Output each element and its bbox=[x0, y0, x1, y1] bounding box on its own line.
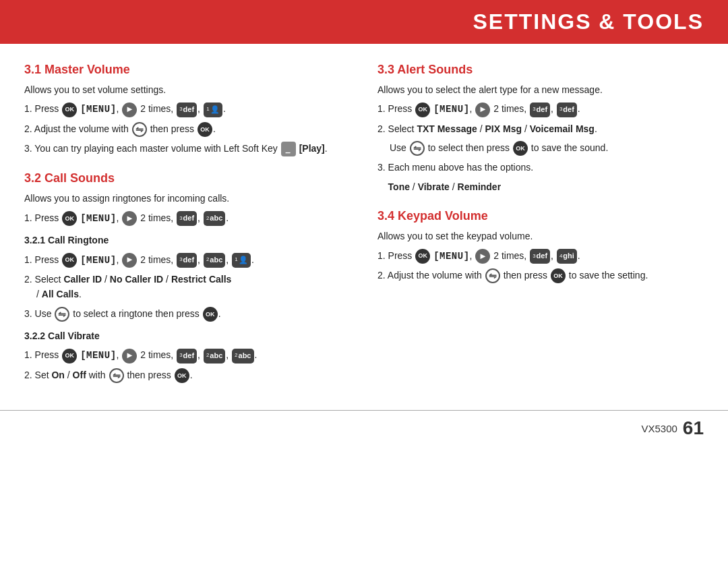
restrict-calls-label: Restrict Calls bbox=[171, 274, 231, 285]
section-31-desc: Allows you to set volume settings. bbox=[24, 82, 351, 97]
sub-322-step2: 2. Set On / Off with ⇋ then press OK. bbox=[24, 368, 351, 383]
key-1person: 1👤 bbox=[204, 103, 222, 117]
txt-msg-label: TXT Message bbox=[417, 123, 477, 134]
ok-btn-32: OK bbox=[62, 211, 77, 226]
section-34-desc: Allows you to set the keypad volume. bbox=[377, 229, 704, 243]
pix-msg-label: PIX Msg bbox=[485, 123, 522, 134]
header: SETTINGS & TOOLS bbox=[0, 0, 728, 44]
nav-icon-321: ► bbox=[122, 253, 137, 268]
section-31: 3.1 Master Volume Allows you to set volu… bbox=[24, 63, 351, 156]
section-32-desc: Allows you to assign ringtones for incom… bbox=[24, 191, 351, 206]
nav-icon-32: ► bbox=[122, 211, 137, 226]
key-2abc-321: 2abc bbox=[204, 253, 225, 268]
ok-btn-321: OK bbox=[62, 253, 77, 268]
section-34-step1: 1. Press OK [MENU], ► 2 times, 3def, 4gh… bbox=[377, 248, 704, 264]
section-32: 3.2 Call Sounds Allows you to assign rin… bbox=[24, 171, 351, 383]
ok-33: OK bbox=[513, 141, 528, 156]
off-label: Off bbox=[73, 370, 86, 380]
section-33-step2-cont: Use ⇋ to select then press OK to save th… bbox=[390, 140, 704, 156]
no-caller-id-label: No Caller ID bbox=[110, 274, 163, 285]
nav-icon-33: ► bbox=[475, 103, 490, 117]
main-content: 3.1 Master Volume Allows you to set volu… bbox=[0, 44, 728, 398]
key-3def-322: 3def bbox=[177, 349, 197, 363]
section-33-options: Tone / Vibrate / Reminder bbox=[377, 179, 704, 194]
ok-34: OK bbox=[551, 268, 566, 283]
vibrate-label: Vibrate bbox=[418, 181, 450, 192]
key-4ghi-34: 4ghi bbox=[557, 249, 577, 264]
scroll-321: ⇋ bbox=[55, 307, 69, 322]
ok-btn-322: OK bbox=[62, 349, 77, 363]
key-3def-32: 3def bbox=[177, 211, 197, 226]
section-33-step3: 3. Each menu above has the options. bbox=[377, 160, 704, 175]
section-32-body: Allows you to assign ringtones for incom… bbox=[24, 191, 351, 383]
ok-button-icon2: OK bbox=[198, 122, 212, 137]
section-31-title: 3.1 Master Volume bbox=[24, 63, 351, 77]
section-33-step2: 2. Select TXT Message / PIX Msg / Voicem… bbox=[377, 121, 704, 136]
ok-button-icon: OK bbox=[62, 103, 77, 117]
menu-label-32: [MENU] bbox=[80, 213, 116, 224]
section-33-title: 3.3 Alert Sounds bbox=[377, 63, 704, 77]
page-title: SETTINGS & TOOLS bbox=[0, 0, 728, 44]
menu-label: [MENU] bbox=[80, 104, 116, 115]
ok-btn-33: OK bbox=[415, 103, 430, 117]
sub-321-step1: 1. Press OK [MENU], ► 2 times, 3def, 2ab… bbox=[24, 252, 351, 268]
section-31-step1: 1. Press OK [MENU], ► 2 times, 3def, 1👤. bbox=[24, 101, 351, 117]
sub-322-title: 3.2.2 Call Vibrate bbox=[24, 328, 351, 343]
footer-page: 61 bbox=[683, 417, 704, 439]
sub-321-title: 3.2.1 Call Ringtone bbox=[24, 233, 351, 248]
ok-btn-34: OK bbox=[415, 249, 430, 264]
left-column: 3.1 Master Volume Allows you to set volu… bbox=[24, 63, 351, 398]
play-label: [Play] bbox=[299, 143, 325, 154]
footer: VX5300 61 bbox=[0, 410, 728, 446]
menu-label-34: [MENU] bbox=[433, 251, 469, 262]
scroll-icon: ⇋ bbox=[132, 122, 147, 137]
caller-id-label: Caller ID bbox=[63, 274, 102, 285]
section-31-body: Allows you to set volume settings. 1. Pr… bbox=[24, 82, 351, 156]
section-34-step2: 2. Adjust the volume with ⇋ then press O… bbox=[377, 268, 704, 283]
section-34-title: 3.4 Keypad Volume bbox=[377, 209, 704, 223]
reminder-label: Reminder bbox=[458, 181, 502, 192]
footer-model: VX5300 bbox=[641, 423, 677, 434]
softkey-play-icon: ⎯ bbox=[281, 142, 296, 156]
key-3def-33b: 3def bbox=[557, 103, 577, 117]
nav-icon: ► bbox=[122, 103, 137, 117]
section-33-body: Allows you to select the alert type for … bbox=[377, 82, 704, 194]
all-calls-label: / All Calls. bbox=[36, 289, 82, 299]
sub-321-step3: 3. Use ⇋ to select a ringtone then press… bbox=[24, 306, 351, 322]
right-column: 3.3 Alert Sounds Allows you to select th… bbox=[377, 63, 704, 398]
section-31-step3: 3. You can try playing each master volum… bbox=[24, 141, 351, 156]
tone-label: Tone bbox=[388, 181, 410, 192]
sub-section-322: 3.2.2 Call Vibrate 1. Press OK [MENU], ►… bbox=[24, 328, 351, 383]
section-33: 3.3 Alert Sounds Allows you to select th… bbox=[377, 63, 704, 194]
section-33-desc: Allows you to select the alert type for … bbox=[377, 82, 704, 97]
section-34: 3.4 Keypad Volume Allows you to set the … bbox=[377, 209, 704, 283]
section-33-step1: 1. Press OK [MENU], ► 2 times, 3def, 3de… bbox=[377, 101, 704, 117]
key-2abc-32: 2abc bbox=[204, 211, 225, 226]
ok-321-end: OK bbox=[203, 307, 218, 322]
key-2abc-322b: 2abc bbox=[232, 349, 253, 363]
scroll-322: ⇋ bbox=[109, 368, 124, 383]
sub-321-step2: 2. Select Caller ID / No Caller ID / Res… bbox=[24, 272, 351, 302]
voicemail-msg-label: Voicemail Msg bbox=[530, 123, 595, 134]
ok-322: OK bbox=[175, 368, 189, 383]
key-3def-34: 3def bbox=[530, 249, 550, 264]
menu-label-322: [MENU] bbox=[80, 350, 116, 361]
key-3def-321: 3def bbox=[177, 253, 197, 268]
menu-label-33: [MENU] bbox=[433, 104, 469, 115]
key-2abc-322a: 2abc bbox=[204, 349, 225, 363]
key-3def: 3def bbox=[177, 103, 197, 117]
section-32-step1: 1. Press OK [MENU], ► 2 times, 3def, 2ab… bbox=[24, 210, 351, 226]
menu-label-321: [MENU] bbox=[80, 255, 116, 266]
key-1p-321: 1👤 bbox=[232, 253, 251, 268]
section-32-title: 3.2 Call Sounds bbox=[24, 171, 351, 185]
key-3def-33a: 3def bbox=[530, 103, 550, 117]
section-34-body: Allows you to set the keypad volume. 1. … bbox=[377, 229, 704, 283]
scroll-33: ⇋ bbox=[410, 141, 425, 156]
nav-icon-322: ► bbox=[122, 349, 137, 363]
section-31-step2: 2. Adjust the volume with ⇋ then press O… bbox=[24, 121, 351, 137]
scroll-34: ⇋ bbox=[485, 268, 500, 283]
nav-icon-34: ► bbox=[475, 249, 490, 264]
on-label: On bbox=[51, 370, 64, 380]
sub-section-321: 3.2.1 Call Ringtone 1. Press OK [MENU], … bbox=[24, 233, 351, 322]
sub-322-step1: 1. Press OK [MENU], ► 2 times, 3def, 2ab… bbox=[24, 347, 351, 363]
